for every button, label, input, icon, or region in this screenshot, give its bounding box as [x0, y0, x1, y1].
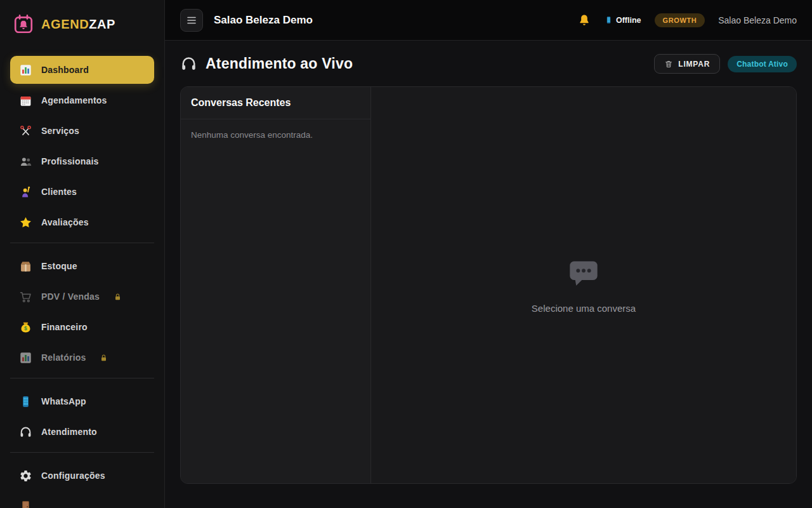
sidebar-item-label: PDV / Vendas	[41, 291, 100, 302]
sidebar-item-label: Avaliações	[41, 217, 89, 227]
sidebar-item-label: Dashboard	[41, 65, 89, 75]
shopping-cart-icon	[19, 290, 32, 304]
chat-panel: Selecione uma conversa	[371, 87, 796, 483]
conversations-empty-message: Nenhuma conversa encontrada.	[181, 119, 370, 150]
money-bag-icon	[19, 321, 32, 334]
sidebar-divider	[10, 243, 154, 243]
sidebar-item-agendamentos[interactable]: Agendamentos	[10, 86, 154, 114]
connection-status-label: Offline	[616, 16, 641, 25]
sidebar-item-financeiro[interactable]: Financeiro	[10, 313, 154, 341]
sidebar-item-estoque[interactable]: Estoque	[10, 252, 154, 280]
sidebar-item-whatsapp[interactable]: WhatsApp	[10, 387, 154, 415]
sidebar-divider	[10, 378, 154, 378]
header-actions: LIMPAR Chatbot Ativo	[654, 54, 797, 74]
bell-icon[interactable]	[577, 13, 591, 27]
topbar-business-title: Salao Beleza Demo	[214, 14, 313, 27]
sidebar: AGENDZAP Dashboard Agendamentos Serviços…	[0, 0, 165, 508]
sidebar-item-dashboard[interactable]: Dashboard	[10, 56, 154, 84]
trash-icon	[664, 60, 673, 69]
main-column: Salao Beleza Demo Offline GROWTH Salao B…	[165, 0, 812, 508]
mobile-phone-icon	[19, 395, 32, 408]
sidebar-item-label: Configurações	[41, 471, 105, 481]
sidebar-item-partial[interactable]	[10, 492, 154, 508]
page-title-group: Atendimento ao Vivo	[180, 55, 353, 72]
sidebar-item-label: Clientes	[41, 187, 77, 197]
sidebar-item-label: Agendamentos	[41, 95, 107, 105]
conversations-panel: Conversas Recentes Nenhuma conversa enco…	[181, 87, 371, 483]
star-icon	[19, 216, 32, 229]
account-name: Salao Beleza Demo	[718, 15, 797, 25]
clear-button-label: LIMPAR	[678, 60, 710, 69]
connection-status: Offline	[605, 16, 641, 25]
sidebar-item-servicos[interactable]: Serviços	[10, 117, 154, 145]
sidebar-item-label: Serviços	[41, 126, 79, 136]
plan-badge: GROWTH	[655, 13, 705, 27]
bar-chart-icon	[19, 64, 32, 77]
calendar-icon	[19, 94, 32, 107]
sidebar-divider	[10, 452, 154, 453]
sidebar-item-label: Estoque	[41, 261, 77, 271]
topbar: Salao Beleza Demo Offline GROWTH Salao B…	[165, 0, 812, 41]
gear-icon	[19, 469, 32, 483]
sidebar-item-atendimento[interactable]: Atendimento	[10, 418, 154, 446]
brand-name-secondary: ZAP	[89, 17, 115, 31]
hamburger-menu-icon	[184, 13, 199, 28]
sidebar-item-configuracoes[interactable]: Configurações	[10, 462, 154, 490]
sidebar-item-profissionais[interactable]: Profissionais	[10, 147, 154, 175]
live-chat-card: Conversas Recentes Nenhuma conversa enco…	[180, 86, 797, 484]
sidebar-item-label: Profissionais	[41, 156, 99, 166]
mobile-phone-icon	[605, 16, 613, 24]
topbar-right-group: Offline GROWTH Salao Beleza Demo	[577, 13, 797, 27]
content-area: Atendimento ao Vivo LIMPAR Chatbot Ativo…	[165, 41, 812, 508]
door-icon	[19, 500, 32, 508]
sidebar-item-label: Relatórios	[41, 352, 86, 363]
scissors-icon	[19, 124, 32, 138]
sidebar-item-label: Atendimento	[41, 427, 97, 437]
calendar-bell-icon	[13, 13, 34, 35]
sidebar-nav: Dashboard Agendamentos Serviços Profissi…	[0, 48, 164, 508]
people-icon	[19, 155, 32, 168]
brand-logo: AGENDZAP	[0, 0, 164, 48]
speech-bubble-icon	[567, 257, 600, 290]
page-header: Atendimento ao Vivo LIMPAR Chatbot Ativo	[180, 54, 797, 74]
sidebar-item-clientes[interactable]: Clientes	[10, 178, 154, 206]
sidebar-item-pdv-vendas[interactable]: PDV / Vendas	[10, 283, 154, 311]
headphones-icon	[19, 425, 32, 439]
conversations-header: Conversas Recentes	[181, 87, 370, 119]
sidebar-item-label: Financeiro	[41, 322, 88, 332]
lock-icon	[99, 353, 108, 363]
lock-icon	[113, 292, 122, 302]
sidebar-item-avaliacoes[interactable]: Avaliações	[10, 208, 154, 236]
brand-name: AGENDZAP	[41, 17, 115, 32]
person-raising-hand-icon	[19, 185, 32, 199]
bar-chart-icon	[19, 351, 32, 364]
sidebar-item-label: WhatsApp	[41, 396, 86, 406]
clear-button[interactable]: LIMPAR	[654, 54, 720, 74]
package-icon	[19, 260, 32, 273]
sidebar-item-relatorios[interactable]: Relatórios	[10, 344, 154, 371]
page-title: Atendimento ao Vivo	[206, 55, 353, 72]
headphones-icon	[180, 55, 197, 72]
app-window: AGENDZAP Dashboard Agendamentos Serviços…	[0, 0, 812, 508]
chat-empty-state: Selecione uma conversa	[532, 257, 636, 314]
brand-name-primary: AGEND	[41, 17, 89, 31]
chat-empty-message: Selecione uma conversa	[532, 303, 636, 314]
hamburger-menu-button[interactable]	[180, 9, 203, 32]
chatbot-status-badge: Chatbot Ativo	[728, 56, 797, 72]
